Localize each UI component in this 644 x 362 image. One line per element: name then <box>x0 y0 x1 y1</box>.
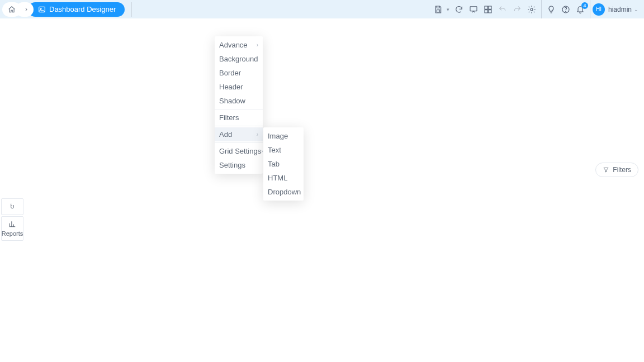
svg-rect-6 <box>485 9 487 12</box>
svg-rect-5 <box>489 6 491 9</box>
reports-panel[interactable]: Reports <box>1 216 23 241</box>
image-icon <box>38 6 46 13</box>
submenu-item-text[interactable]: Text <box>263 143 304 157</box>
gear-icon[interactable] <box>527 4 537 15</box>
breadcrumb-next[interactable] <box>16 2 34 17</box>
divider <box>215 126 263 126</box>
svg-point-1 <box>40 8 41 9</box>
svg-point-10 <box>566 11 566 11</box>
svg-point-8 <box>531 8 533 11</box>
submenu-item-dropdown[interactable]: Dropdown <box>263 185 304 199</box>
bell-icon[interactable]: 4 <box>575 4 585 15</box>
top-bar: Dashboard Designer ▾ <box>0 0 644 18</box>
grid-layout-icon[interactable] <box>483 4 493 15</box>
notification-badge: 4 <box>581 2 588 9</box>
breadcrumb-title: Dashboard Designer <box>49 5 116 13</box>
reports-label: Reports <box>2 230 23 237</box>
menu-item-background[interactable]: Background <box>215 52 263 66</box>
bar-chart-icon <box>8 220 16 228</box>
menu-item-advance[interactable]: Advance › <box>215 38 263 52</box>
breadcrumb: Dashboard Designer <box>0 0 119 18</box>
chevron-down-icon: ⌄ <box>634 7 638 12</box>
svg-rect-4 <box>485 6 487 9</box>
save-icon[interactable] <box>433 4 443 15</box>
divider <box>215 142 263 143</box>
presentation-icon[interactable] <box>468 4 479 15</box>
filters-label: Filters <box>613 166 631 174</box>
context-menu: Advance › Background Border Header Shado… <box>215 36 263 174</box>
submenu-item-html[interactable]: HTML <box>263 171 304 185</box>
help-icon[interactable] <box>561 4 571 15</box>
chevron-right-icon <box>23 7 29 12</box>
svg-rect-3 <box>470 6 477 11</box>
refresh-icon[interactable] <box>454 4 464 15</box>
avatar: HI <box>593 3 605 16</box>
divider <box>131 2 132 17</box>
lightbulb-icon[interactable] <box>546 4 556 15</box>
menu-item-add[interactable]: Add › <box>215 127 263 141</box>
cursor-tool[interactable] <box>1 198 23 215</box>
redo-icon <box>512 4 522 15</box>
svg-rect-2 <box>437 9 439 12</box>
submenu-item-tab[interactable]: Tab <box>263 157 304 171</box>
chevron-right-icon: › <box>257 131 258 137</box>
top-right-tools: ▾ <box>429 0 644 18</box>
user-menu[interactable]: HI hiadmin ⌄ <box>590 0 644 18</box>
menu-item-settings[interactable]: Settings <box>215 158 263 172</box>
undo-icon <box>498 4 508 15</box>
menu-item-grid-settings[interactable]: Grid Settings › <box>215 144 263 158</box>
menu-item-shadow[interactable]: Shadow <box>215 94 263 108</box>
menu-item-header[interactable]: Header <box>215 80 263 94</box>
divider <box>215 109 263 109</box>
chevron-right-icon: › <box>261 148 263 154</box>
submenu-item-image[interactable]: Image <box>263 129 304 143</box>
add-submenu: Image Text Tab HTML Dropdown <box>263 127 304 201</box>
user-name: hiadmin <box>608 6 632 13</box>
menu-item-filters[interactable]: Filters <box>215 111 263 125</box>
filters-button[interactable]: Filters <box>595 163 638 177</box>
svg-rect-7 <box>489 9 491 12</box>
save-dropdown-caret[interactable]: ▾ <box>447 7 449 12</box>
home-icon <box>8 6 16 13</box>
pointer-icon <box>8 203 16 211</box>
breadcrumb-current[interactable]: Dashboard Designer <box>28 2 125 17</box>
filter-icon <box>603 166 609 173</box>
chevron-right-icon: › <box>257 42 258 48</box>
designer-canvas[interactable]: Filters Reports Advance › Background Bor… <box>0 18 644 362</box>
menu-item-border[interactable]: Border <box>215 66 263 80</box>
